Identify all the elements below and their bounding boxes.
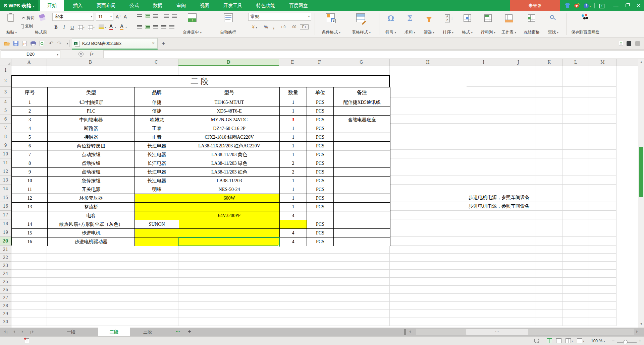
comma-format-icon[interactable]: , [272, 24, 276, 29]
cell-D19[interactable] [179, 229, 280, 237]
cell-F4[interactable]: PCS [307, 98, 334, 107]
cell-E20[interactable]: 4 [280, 237, 307, 246]
cell-A12[interactable]: 9 [12, 168, 48, 177]
cell-C20[interactable] [135, 237, 179, 246]
table-header-cell[interactable]: 单位 [307, 87, 334, 98]
cell-E9[interactable]: 1 [280, 142, 307, 150]
rows-cols-button[interactable]: 行和列 ▾ [478, 29, 498, 35]
menu-tab-百度网盘[interactable]: 百度网盘 [284, 0, 313, 11]
column-header-M[interactable]: M [589, 59, 616, 66]
cell-E14[interactable]: 1 [280, 185, 307, 194]
new-document-tab-button[interactable]: + [162, 40, 165, 47]
scroll-up-icon[interactable]: ▲ [638, 60, 644, 64]
find-icon[interactable] [550, 15, 554, 19]
sheet-tab-一段[interactable]: 一段 [58, 328, 85, 336]
justify-icon[interactable] [161, 25, 166, 29]
cell-A16[interactable]: 13 [12, 203, 48, 211]
name-box[interactable]: D20▾ [1, 50, 60, 58]
row-header-8[interactable]: 8 [0, 132, 11, 141]
last-sheet-icon[interactable]: ❙⏵ [30, 330, 34, 334]
cell-F19[interactable]: PCS [307, 229, 334, 237]
cell-E19[interactable]: 4 [280, 229, 307, 237]
cell-B13[interactable]: 急停按钮 [48, 177, 135, 185]
cell-D13[interactable]: LA38-11/203 [179, 177, 280, 185]
hscroll-left-icon[interactable]: ⏴ [409, 330, 411, 334]
fx-icon[interactable]: fx [90, 51, 94, 57]
paste-button[interactable]: 粘贴 ▾ [3, 29, 19, 35]
minimize-icon[interactable]: — [611, 0, 621, 11]
increase-indent-icon[interactable] [172, 14, 177, 18]
redo-icon[interactable]: ↷ [56, 41, 62, 47]
cell-B8[interactable]: 接触器 [48, 133, 135, 142]
formula-input[interactable] [103, 50, 644, 58]
row-header-23[interactable]: 23 [0, 262, 11, 270]
sum-icon[interactable]: Σ [404, 14, 416, 22]
cell-B5[interactable]: PLC [48, 107, 135, 116]
name-box-caret-icon[interactable]: ▾ [57, 51, 58, 58]
split-handle[interactable] [404, 329, 406, 335]
cell-E17[interactable]: 4 [280, 211, 307, 220]
row-header-25[interactable]: 25 [0, 278, 11, 286]
cell-E10[interactable]: 1 [280, 150, 307, 159]
cell-G13[interactable] [334, 177, 390, 185]
scientific-format-icon[interactable]: E+ [300, 24, 309, 29]
bold-button[interactable]: B [52, 23, 60, 31]
cell-D15[interactable]: 600W [179, 194, 280, 203]
column-header-D[interactable]: D [178, 59, 279, 66]
cell-D12[interactable]: LA38-11/203 红色 [179, 168, 280, 177]
table-header-cell[interactable]: 序号 [12, 87, 48, 98]
cell-F17[interactable] [307, 211, 334, 220]
cell-G19[interactable] [334, 229, 390, 237]
row-header-27[interactable]: 27 [0, 294, 11, 302]
wrap-text-icon[interactable] [224, 13, 233, 22]
cell-B16[interactable]: 整流桥 [48, 203, 135, 211]
export-pdf-icon[interactable]: P [21, 41, 28, 47]
cell-F5[interactable]: PCS [307, 107, 334, 116]
menu-tab-数据[interactable]: 数据 [148, 0, 167, 11]
cell-F10[interactable]: PCS [307, 150, 334, 159]
align-middle-icon[interactable] [145, 14, 150, 18]
menu-tab-特色功能[interactable]: 特色功能 [252, 0, 280, 11]
cell-D10[interactable]: LA38-11/203 黄色 [179, 150, 280, 159]
cell-B6[interactable]: 中间继电器 [48, 116, 135, 124]
cell-C9[interactable]: 长江电器 [135, 142, 179, 150]
row-header-5[interactable]: 5 [0, 106, 11, 115]
column-header-B[interactable]: B [47, 59, 134, 66]
cell-A6[interactable]: 3 [12, 116, 48, 124]
refresh-icon[interactable] [534, 338, 539, 343]
cell-C15[interactable] [135, 194, 179, 203]
file-tab-close-icon[interactable]: × [152, 41, 155, 46]
row-header-19[interactable]: 19 [0, 228, 11, 237]
table-header-cell[interactable]: 数量 [280, 87, 307, 98]
save-icon[interactable] [13, 41, 19, 47]
column-header-I[interactable]: I [466, 59, 501, 66]
hide-ribbon-icon[interactable]: ↑ [598, 0, 606, 11]
cell-G5[interactable] [334, 107, 390, 116]
cell-A19[interactable]: 15 [12, 229, 48, 237]
cell-B15[interactable]: 环形变压器 [48, 194, 135, 203]
custom-view-icon[interactable] [577, 338, 582, 343]
cell-G8[interactable] [334, 133, 390, 142]
cell-G16[interactable] [334, 203, 390, 211]
undo-icon[interactable]: ↶ [48, 41, 54, 47]
cell-A5[interactable]: 2 [12, 107, 48, 116]
cell-C4[interactable]: 信捷 [135, 98, 179, 107]
row-header-3[interactable]: 3 [0, 87, 11, 97]
cell-D11[interactable]: LA38-11/203 绿色 [179, 159, 280, 168]
menu-tab-公式[interactable]: 公式 [125, 0, 144, 11]
draw-border-caret-icon[interactable]: ▾ [93, 26, 95, 29]
cell-B7[interactable]: 断路器 [48, 124, 135, 133]
vertical-scroll-thumb[interactable] [639, 147, 643, 197]
font-color-icon[interactable]: A [109, 24, 113, 30]
cell-G4[interactable]: 配信捷XD5通讯线 [334, 98, 390, 107]
borders-caret-icon[interactable]: ▾ [83, 26, 85, 29]
cell-F9[interactable]: PCS [307, 142, 334, 150]
draw-border-icon[interactable] [88, 25, 93, 30]
italic-button[interactable]: I [60, 23, 68, 31]
close-icon[interactable]: ✕ [634, 0, 643, 11]
login-button[interactable]: 未登录 [510, 0, 560, 11]
format-painter-button[interactable]: 格式刷 [34, 29, 48, 35]
cell-G17[interactable] [334, 211, 390, 220]
row-header-6[interactable]: 6 [0, 115, 11, 124]
row-header-15[interactable]: 15 [0, 193, 11, 202]
